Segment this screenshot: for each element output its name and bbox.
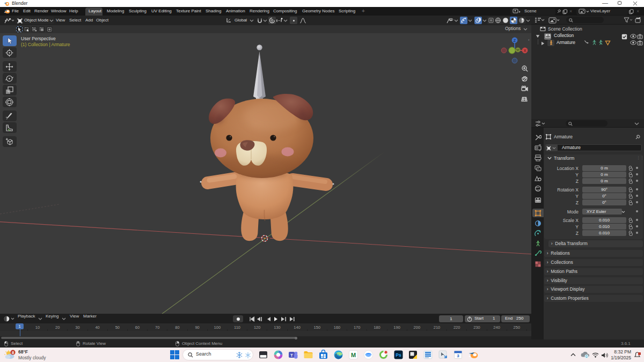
- svg-text:Ps: Ps: [396, 352, 401, 358]
- svg-text:T: T: [290, 353, 293, 358]
- svg-text:X: X: [524, 49, 526, 53]
- svg-text:Z: Z: [514, 39, 516, 42]
- svg-text:3: 3: [457, 353, 459, 358]
- svg-text:M: M: [351, 352, 356, 358]
- svg-text:zoom: zoom: [365, 353, 371, 356]
- svg-text:8: 8: [12, 350, 14, 355]
